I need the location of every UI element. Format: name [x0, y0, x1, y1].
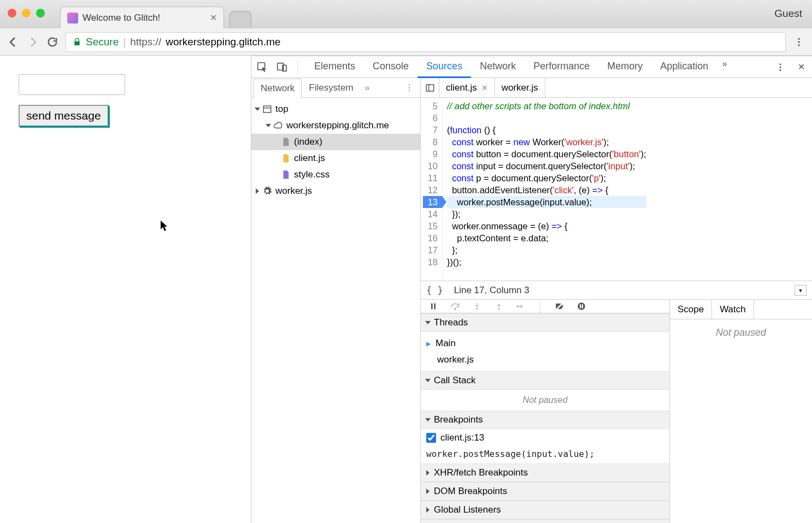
tree-top[interactable]: top [251, 101, 420, 117]
navigator-tab-network[interactable]: Network [254, 79, 302, 98]
tree-label: style.css [294, 169, 329, 180]
svg-point-0 [798, 38, 799, 39]
profile-label[interactable]: Guest [774, 8, 802, 20]
section-threads[interactable]: Threads [421, 313, 669, 332]
editor-tab-workerjs[interactable]: worker.js [495, 78, 545, 97]
step-into-icon[interactable] [471, 300, 483, 312]
tree-file-index[interactable]: (index) [251, 134, 420, 150]
tab-close-icon[interactable]: ✕ [210, 13, 217, 23]
css-file-icon [281, 170, 291, 180]
message-input[interactable] [19, 74, 125, 95]
navigator-overflow-icon[interactable]: » [365, 83, 370, 93]
window-controls [8, 9, 45, 17]
svg-point-2 [798, 44, 799, 46]
section-eventlistener[interactable]: Event Listener Breakpoints [421, 519, 669, 523]
thread-worker[interactable]: worker.js [426, 352, 664, 368]
section-xhr[interactable]: XHR/fetch Breakpoints [421, 463, 669, 482]
forward-button[interactable] [26, 35, 39, 49]
devtools-menu-icon[interactable] [773, 60, 788, 75]
window-minimize-button[interactable] [22, 9, 31, 17]
tabs-overflow-icon[interactable]: » [717, 56, 732, 72]
breakpoint-code: worker.postMessage(input.value); [421, 447, 669, 463]
tree-file-clientjs[interactable]: client.js [251, 150, 420, 167]
pretty-print-icon[interactable]: { } [426, 285, 443, 296]
address-bar[interactable]: Secure | https://workerstepping.glitch.m… [66, 32, 786, 52]
tab-sources[interactable]: Sources [417, 56, 471, 78]
deactivate-breakpoints-icon[interactable] [554, 300, 566, 312]
step-icon[interactable] [515, 300, 527, 312]
code-editor[interactable]: 56789101112131415161718 // add other scr… [421, 98, 812, 281]
step-out-icon[interactable] [493, 300, 505, 312]
document-icon [281, 137, 291, 147]
toggle-navigator-icon[interactable] [421, 78, 439, 97]
browser-menu-icon[interactable] [792, 35, 805, 49]
tab-memory[interactable]: Memory [598, 56, 651, 78]
disclosure-icon[interactable] [256, 188, 259, 194]
breakpoint-item[interactable]: client.js:13 [421, 429, 669, 447]
url-host: workerstepping.glitch.me [166, 36, 280, 48]
svg-point-7 [780, 66, 781, 68]
devtools-close-icon[interactable]: ✕ [793, 60, 809, 75]
svg-point-8 [780, 69, 781, 70]
devtools-panel: Elements Console Sources Network Perform… [251, 56, 812, 523]
tab-application[interactable]: Application [651, 56, 717, 78]
tab-elements[interactable]: Elements [305, 56, 364, 78]
tree-label: worker.js [275, 186, 312, 197]
tab-console[interactable]: Console [364, 56, 417, 78]
tree-domain[interactable]: workerstepping.glitch.me [251, 117, 420, 134]
pause-on-exceptions-icon[interactable] [575, 300, 587, 312]
disclosure-icon[interactable] [255, 108, 260, 111]
frame-icon [262, 104, 272, 114]
tree-worker[interactable]: worker.js [251, 183, 420, 199]
editor-tab-label: client.js [446, 82, 477, 93]
devtools-tabs: Elements Console Sources Network Perform… [305, 56, 768, 78]
window-close-button[interactable] [8, 9, 16, 17]
svg-point-18 [517, 306, 518, 307]
sources-editor: client.js ✕ worker.js 567891011121314151… [421, 78, 812, 523]
section-breakpoints[interactable]: Breakpoints [421, 411, 669, 429]
url-scheme: https:// [130, 36, 161, 48]
favicon-icon [67, 13, 78, 23]
disclosure-icon[interactable] [266, 124, 271, 127]
send-message-button[interactable]: send message [19, 105, 109, 127]
tab-title: Welcome to Glitch! [83, 13, 205, 23]
editor-statusbar: { } Line 17, Column 3 ▾ [421, 281, 812, 299]
back-button[interactable] [7, 35, 20, 49]
device-toggle-icon[interactable] [274, 60, 290, 75]
thread-main[interactable]: ▸Main [426, 335, 664, 352]
svg-point-6 [780, 63, 781, 65]
navigator-menu-icon[interactable]: ⋮ [405, 82, 414, 93]
tree-file-stylecss[interactable]: style.css [251, 167, 420, 183]
tab-performance[interactable]: Performance [525, 56, 598, 78]
svg-rect-11 [426, 85, 434, 91]
pause-icon[interactable] [427, 300, 439, 312]
tab-network[interactable]: Network [471, 56, 525, 78]
tree-label: client.js [294, 153, 325, 164]
navigator-tab-filesystem[interactable]: Filesystem [302, 78, 360, 98]
step-over-icon[interactable] [449, 300, 461, 312]
new-tab-button[interactable] [230, 11, 251, 28]
tab-watch[interactable]: Watch [712, 300, 754, 319]
current-thread-icon: ▸ [426, 338, 431, 349]
svg-point-17 [498, 308, 499, 310]
scope-status: Not paused [716, 327, 766, 338]
section-global[interactable]: Global Listeners [421, 501, 669, 519]
browser-tabstrip: Welcome to Glitch! ✕ Guest [0, 0, 812, 28]
tab-scope[interactable]: Scope [670, 300, 712, 319]
breakpoint-label: client.js:13 [440, 432, 484, 443]
breakpoint-checkbox[interactable] [426, 433, 436, 443]
section-dom[interactable]: DOM Breakpoints [421, 482, 669, 501]
tab-close-icon[interactable]: ✕ [481, 84, 488, 92]
window-maximize-button[interactable] [36, 9, 45, 17]
browser-tab-active[interactable]: Welcome to Glitch! ✕ [60, 7, 224, 28]
svg-point-1 [798, 41, 799, 43]
section-callstack[interactable]: Call Stack [421, 371, 669, 390]
editor-tab-clientjs[interactable]: client.js ✕ [439, 78, 495, 97]
debugger-pane: Threads ▸Main worker.js Call Stack Not p… [421, 299, 812, 523]
reload-button[interactable] [46, 35, 59, 49]
file-tree: top workerstepping.glitch.me (index) cli… [251, 98, 420, 523]
editor-dropdown-icon[interactable]: ▾ [795, 285, 807, 296]
mouse-cursor-icon [161, 221, 169, 231]
inspect-element-icon[interactable] [255, 60, 270, 75]
svg-rect-9 [263, 106, 271, 112]
